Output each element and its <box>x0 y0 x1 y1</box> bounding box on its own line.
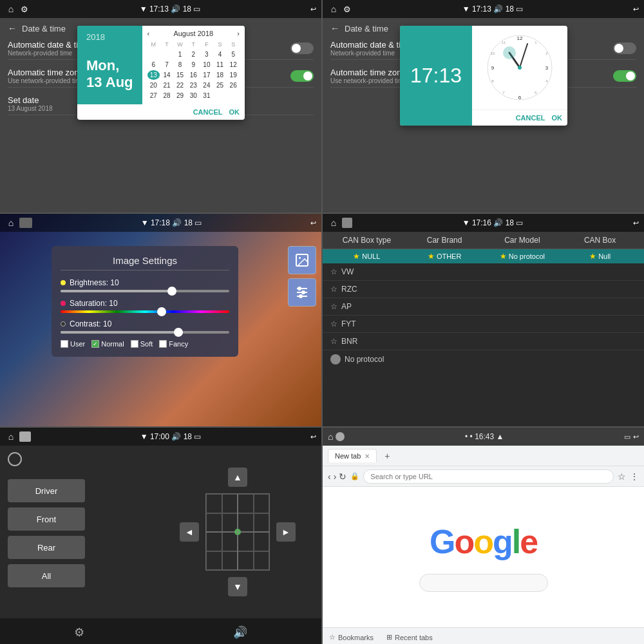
cal-next-btn[interactable]: › <box>237 30 240 37</box>
cal-day-5[interactable]: 5 <box>227 50 240 59</box>
list-item-vw[interactable]: ☆ VW <box>323 263 644 281</box>
home-icon[interactable] <box>5 3 17 15</box>
cal-day-27[interactable]: 27 <box>147 91 160 100</box>
equalizer-bottom-icon[interactable]: ⚙ <box>74 625 84 639</box>
rear-btn[interactable]: Rear <box>8 536 85 559</box>
auto-datetime-toggle-p2[interactable] <box>613 43 636 54</box>
cal-day-13[interactable]: 13 <box>147 70 160 80</box>
cal-day-21[interactable]: 21 <box>160 80 173 90</box>
cal-day-20[interactable]: 20 <box>147 80 160 90</box>
browser-forward-btn[interactable]: › <box>334 471 337 482</box>
soft-checkbox[interactable] <box>131 340 138 348</box>
home-icon-p4[interactable] <box>328 217 339 229</box>
cal-day-30[interactable]: 30 <box>187 91 200 100</box>
cal-day-23[interactable]: 23 <box>187 80 200 90</box>
back-icon-p2[interactable]: ↩ <box>633 5 639 14</box>
no-protocol-item[interactable]: No protocol <box>323 350 644 368</box>
left-arrow-icon[interactable]: ◄ <box>180 522 199 542</box>
contrast-thumb[interactable] <box>174 328 183 337</box>
cal-day-1[interactable]: 1 <box>174 50 187 59</box>
arrow-right-btn[interactable]: ► <box>276 522 296 542</box>
auto-timezone-toggle[interactable] <box>290 70 314 82</box>
user-checkbox[interactable] <box>61 340 68 348</box>
down-arrow-icon[interactable]: ▼ <box>228 577 247 596</box>
auto-datetime-toggle[interactable] <box>290 43 314 54</box>
contrast-track[interactable] <box>61 331 229 334</box>
recent-tabs-item[interactable]: ⊞ Recent tabs <box>386 633 433 641</box>
back-icon-p6[interactable]: ↩ <box>633 433 639 441</box>
preset-soft[interactable]: Soft <box>131 340 153 348</box>
cal-day-6[interactable]: 6 <box>147 60 160 70</box>
image-btn[interactable] <box>288 246 316 274</box>
driver-btn[interactable]: Driver <box>8 479 85 502</box>
cal-day-22[interactable]: 22 <box>174 80 187 90</box>
saturation-thumb[interactable] <box>157 307 166 316</box>
preset-normal[interactable]: ✓ Normal <box>91 340 124 348</box>
calendar-ok-btn[interactable]: OK <box>229 108 240 116</box>
bookmarks-item[interactable]: ☆ Bookmarks <box>329 633 374 641</box>
auto-timezone-toggle-p2[interactable] <box>613 70 636 82</box>
back-icon-p4[interactable]: ↩ <box>633 219 639 227</box>
cal-day-10[interactable]: 10 <box>200 60 213 70</box>
home-icon-p5[interactable] <box>5 431 17 442</box>
list-item-fyt[interactable]: ☆ FYT <box>323 316 644 333</box>
address-input[interactable] <box>363 469 614 484</box>
cal-prev-btn[interactable]: ‹ <box>147 30 150 37</box>
eq-btn[interactable] <box>288 278 316 307</box>
browser-menu-btn[interactable]: ⋮ <box>630 471 639 482</box>
back-arrow-p1[interactable]: ← <box>8 23 17 33</box>
back-icon-p3[interactable]: ↩ <box>310 219 316 227</box>
cal-day-18[interactable]: 18 <box>214 70 227 80</box>
new-tab-btn[interactable]: + <box>381 450 393 462</box>
cal-day-4[interactable]: 4 <box>214 50 227 59</box>
up-arrow-icon[interactable]: ▲ <box>228 468 247 487</box>
cal-day-12[interactable]: 12 <box>227 60 240 70</box>
cal-day-29[interactable]: 29 <box>174 91 187 100</box>
cal-day-2[interactable]: 2 <box>187 50 200 59</box>
speaker-bottom-icon[interactable]: 🔊 <box>233 625 247 639</box>
cal-day-25[interactable]: 25 <box>214 80 227 90</box>
cal-day-26[interactable]: 26 <box>227 80 240 90</box>
fancy-checkbox[interactable] <box>159 340 167 348</box>
tab-close-btn[interactable]: ✕ <box>365 453 370 460</box>
cal-day-19[interactable]: 19 <box>227 70 240 80</box>
cal-day-14[interactable]: 14 <box>160 70 173 80</box>
can-selected-row[interactable]: ★ NULL ★ OTHER ★ No protocol ★ Null <box>323 249 644 263</box>
cal-day-24[interactable]: 24 <box>200 80 213 90</box>
brightness-track[interactable] <box>61 290 229 292</box>
home-icon-p6[interactable]: ⌂ <box>328 431 333 442</box>
cal-day-11[interactable]: 11 <box>214 60 227 70</box>
cal-day-7[interactable]: 7 <box>160 60 173 70</box>
browser-tab-new[interactable]: New tab ✕ <box>328 449 377 462</box>
back-icon-p5[interactable]: ↩ <box>310 433 316 441</box>
brightness-thumb[interactable] <box>167 287 176 296</box>
cal-day-9[interactable]: 9 <box>187 60 200 70</box>
cal-day-16[interactable]: 16 <box>187 70 200 80</box>
all-btn[interactable]: All <box>8 564 85 587</box>
arrow-left-btn[interactable]: ◄ <box>180 522 199 542</box>
gear-icon[interactable] <box>19 4 30 14</box>
preset-fancy[interactable]: Fancy <box>159 340 188 348</box>
bookmark-star-btn[interactable]: ☆ <box>618 471 626 482</box>
calendar-cancel-btn[interactable]: CANCEL <box>193 108 223 116</box>
list-item-rzc[interactable]: ☆ RZC <box>323 281 644 298</box>
right-arrow-icon[interactable]: ► <box>276 522 296 542</box>
normal-checkbox[interactable]: ✓ <box>91 340 99 348</box>
back-icon-p1[interactable]: ↩ <box>310 5 316 14</box>
front-btn[interactable]: Front <box>8 507 85 531</box>
arrow-up-btn[interactable]: ▲ <box>228 468 247 487</box>
saturation-track[interactable] <box>61 310 229 313</box>
home-icon-p3[interactable] <box>5 217 17 229</box>
list-item-bnr[interactable]: ☆ BNR <box>323 333 644 350</box>
browser-back-btn[interactable]: ‹ <box>328 471 331 482</box>
home-icon-p2[interactable] <box>328 3 339 15</box>
arrow-down-btn[interactable]: ▼ <box>228 577 247 596</box>
clock-cancel-btn[interactable]: CANCEL <box>516 114 545 122</box>
cal-day-31[interactable]: 31 <box>200 91 213 100</box>
cal-day-8[interactable]: 8 <box>174 60 187 70</box>
preset-user[interactable]: User <box>61 340 85 348</box>
back-arrow-p2[interactable]: ← <box>330 23 339 33</box>
gear-icon-p2[interactable] <box>342 4 352 14</box>
browser-refresh-btn[interactable]: ↻ <box>339 471 346 482</box>
clock-ok-btn[interactable]: OK <box>552 114 563 122</box>
